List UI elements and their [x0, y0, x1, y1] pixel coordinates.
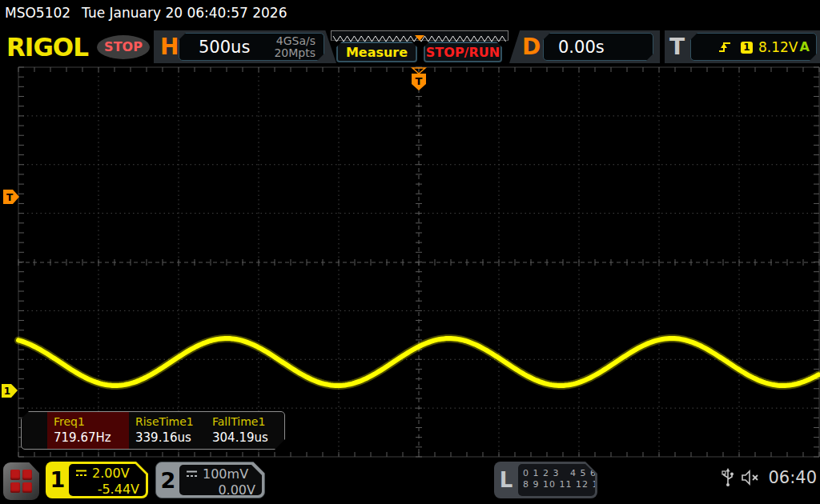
- delay-value: 0.00s: [558, 38, 605, 57]
- clock: 06:40: [768, 468, 817, 487]
- sound-muted-icon: [741, 470, 762, 486]
- system-tray: 06:40: [722, 468, 817, 487]
- channel1-button[interactable]: 1 2.00V -5.44V: [46, 462, 148, 498]
- menu-grid-icon: [10, 470, 32, 492]
- trigger-level-value: 8.12V: [758, 39, 798, 55]
- sample-rate: 4GSa/s: [274, 35, 316, 47]
- channel2-offset: 0.00V: [186, 482, 255, 498]
- delay-box[interactable]: 0.00s: [543, 33, 653, 61]
- measurement-item-freq1[interactable]: Freq1 719.67Hz: [47, 412, 129, 449]
- measurement-item-falltime1[interactable]: FallTime1 304.19us: [206, 412, 283, 449]
- measurement-label: RiseTime1: [135, 415, 206, 428]
- measurement-label: FallTime1: [212, 415, 283, 428]
- logic-row-1: 0 1 2 3 4 5 6 7: [523, 468, 595, 479]
- trigger-source-badge: 1: [741, 42, 753, 54]
- timebase-box[interactable]: 500us 4GSa/s 20Mpts: [179, 33, 324, 61]
- trigger-key-label: T: [669, 34, 685, 60]
- horizontal-key-label: H: [160, 34, 179, 60]
- logic-channels-button[interactable]: L 0 1 2 3 4 5 6 7 8 9 10 11 12 13 14 15: [494, 462, 597, 498]
- measurement-value: 719.67Hz: [54, 430, 129, 445]
- channel1-ground-marker[interactable]: 1: [2, 384, 18, 398]
- svg-text:T: T: [6, 192, 14, 203]
- dc-coupling-icon: [186, 470, 198, 478]
- channel1-number: 1: [46, 462, 70, 498]
- svg-text:1: 1: [4, 386, 10, 397]
- channel1-scale: 2.00V: [92, 466, 130, 481]
- memory-depth: 20Mpts: [274, 47, 316, 59]
- rising-edge-trigger-icon: [718, 40, 732, 54]
- trigger-box[interactable]: 1 8.12V A: [690, 33, 817, 61]
- oscilloscope-screen: MSO5102Tue January 20 06:40:57 2026 RIGO…: [0, 0, 820, 504]
- measurement-value: 339.16us: [135, 430, 206, 445]
- datetime: Tue January 20 06:40:57 2026: [82, 5, 287, 21]
- measurement-label: Freq1: [54, 415, 129, 428]
- delay-key-label: D: [522, 34, 541, 60]
- model-name: MSO5102: [5, 5, 70, 21]
- stop-run-button[interactable]: STOP/RUN: [424, 42, 502, 62]
- measurement-item-risetime1[interactable]: RiseTime1 339.16us: [129, 412, 206, 449]
- measurement-value: 304.19us: [212, 430, 283, 445]
- rigol-logo: RIGOL: [6, 31, 88, 62]
- trigger-settings-group[interactable]: T 1 8.12V A: [665, 30, 820, 63]
- channel2-button[interactable]: 2 100mV 0.00V: [155, 462, 265, 498]
- timebase-value: 500us: [199, 38, 250, 57]
- trigger-level-marker[interactable]: T: [3, 190, 19, 204]
- channel1-offset: -5.44V: [75, 482, 139, 497]
- delay-settings-group[interactable]: D 0.00s: [509, 30, 660, 63]
- channel2-number: 2: [156, 462, 180, 498]
- graticule: [18, 67, 819, 457]
- logic-label: L: [494, 462, 518, 498]
- dc-coupling-icon: [75, 469, 87, 478]
- horizontal-settings-group[interactable]: H 500us 4GSa/s 20Mpts: [154, 30, 336, 63]
- trigger-sweep-mode: A: [800, 39, 810, 54]
- measurement-panel: Freq1 719.67Hz RiseTime1 339.16us FallTi…: [21, 411, 285, 450]
- run-state-badge: STOP: [97, 35, 150, 59]
- logic-channel-list: 0 1 2 3 4 5 6 7 8 9 10 11 12 13 14 15: [518, 464, 595, 496]
- waveform-overview-strip[interactable]: [331, 30, 508, 41]
- svg-text:T: T: [416, 75, 423, 87]
- usb-icon: [722, 468, 734, 487]
- status-bar: MSO5102Tue January 20 06:40:57 2026: [5, 5, 298, 21]
- measure-button[interactable]: Measure: [336, 42, 417, 62]
- logic-row-2: 8 9 10 11 12 13 14 15: [523, 479, 595, 490]
- menu-button[interactable]: [3, 462, 39, 500]
- channel2-scale: 100mV: [203, 466, 248, 482]
